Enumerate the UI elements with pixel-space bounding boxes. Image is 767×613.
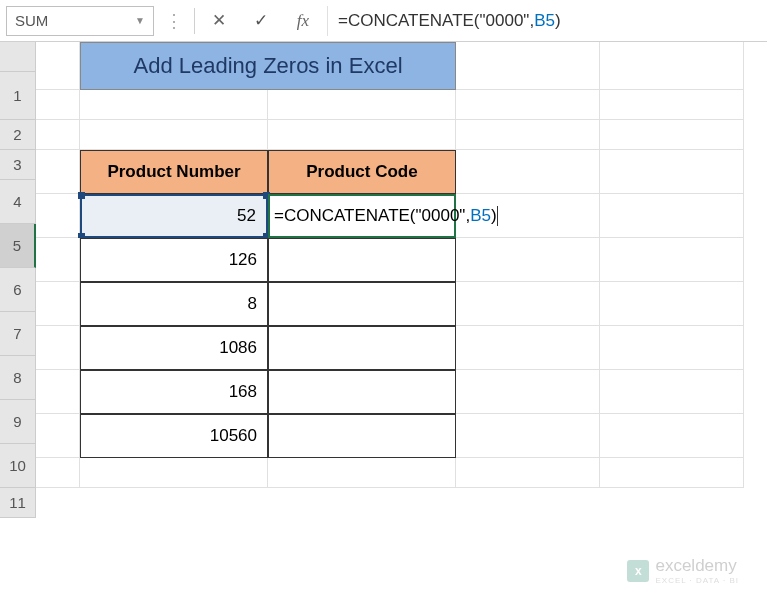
cell-c9[interactable] <box>268 370 456 414</box>
row-header-4[interactable]: 4 <box>0 180 36 224</box>
cell-e9[interactable] <box>600 370 744 414</box>
row-headers: 1234567891011 <box>0 72 36 518</box>
select-all-corner[interactable] <box>0 42 36 72</box>
cell-c3[interactable] <box>268 120 456 150</box>
left-col: 1234567891011 <box>0 42 36 612</box>
cell-e4[interactable] <box>600 150 744 194</box>
watermark-brand: exceldemy <box>655 556 739 576</box>
history-icon: ⋮ <box>160 7 188 35</box>
cell-d11[interactable] <box>456 458 600 488</box>
cell-a6[interactable] <box>36 238 80 282</box>
cell-d9[interactable] <box>456 370 600 414</box>
cell-e7[interactable] <box>600 282 744 326</box>
formula-bar: SUM ▼ ⋮ ✕ ✓ fx =CONCATENATE("0000",B5) <box>0 0 767 42</box>
row-header-7[interactable]: 7 <box>0 312 36 356</box>
cell-b5[interactable]: 52 <box>80 194 268 238</box>
name-box-value: SUM <box>15 12 48 29</box>
cell-d7[interactable] <box>456 282 600 326</box>
cell-d2[interactable] <box>456 90 600 120</box>
cell-e1[interactable] <box>600 42 744 90</box>
cell-b2[interactable] <box>80 90 268 120</box>
cell-b8[interactable]: 1086 <box>80 326 268 370</box>
cell-a5[interactable] <box>36 194 80 238</box>
enter-button[interactable]: ✓ <box>243 6 279 36</box>
cell-b1[interactable]: Add Leading Zeros in Excel <box>80 42 456 90</box>
watermark-tagline: EXCEL · DATA · BI <box>655 576 739 585</box>
cell-e8[interactable] <box>600 326 744 370</box>
cell-a1[interactable] <box>36 42 80 90</box>
cell-e6[interactable] <box>600 238 744 282</box>
cell-b11[interactable] <box>80 458 268 488</box>
cell-c11[interactable] <box>268 458 456 488</box>
cell-a7[interactable] <box>36 282 80 326</box>
cell-c4[interactable]: Product Code <box>268 150 456 194</box>
cell-a11[interactable] <box>36 458 80 488</box>
formula-input[interactable]: =CONCATENATE("0000",B5) <box>327 6 761 36</box>
cell-a10[interactable] <box>36 414 80 458</box>
cell-a2[interactable] <box>36 90 80 120</box>
cell-c7[interactable] <box>268 282 456 326</box>
cell-c6[interactable] <box>268 238 456 282</box>
cell-d3[interactable] <box>456 120 600 150</box>
row-header-11[interactable]: 11 <box>0 488 36 518</box>
cell-a9[interactable] <box>36 370 80 414</box>
cell-c2[interactable] <box>268 90 456 120</box>
cell-grid[interactable]: Add Leading Zeros in ExcelProduct Number… <box>36 42 744 488</box>
formula-text-prefix: =CONCATENATE("0000", <box>338 11 534 31</box>
cell-d8[interactable] <box>456 326 600 370</box>
cell-b7[interactable]: 8 <box>80 282 268 326</box>
cell-b10[interactable]: 10560 <box>80 414 268 458</box>
watermark-logo-icon: x <box>627 560 649 582</box>
cell-b3[interactable] <box>80 120 268 150</box>
cell-a4[interactable] <box>36 150 80 194</box>
cell-a8[interactable] <box>36 326 80 370</box>
cell-c8[interactable] <box>268 326 456 370</box>
cell-a3[interactable] <box>36 120 80 150</box>
cell-b6[interactable]: 126 <box>80 238 268 282</box>
row-header-2[interactable]: 2 <box>0 120 36 150</box>
cell-c10[interactable] <box>268 414 456 458</box>
formula-text-ref: B5 <box>534 11 555 31</box>
cell-b4[interactable]: Product Number <box>80 150 268 194</box>
cell-e3[interactable] <box>600 120 744 150</box>
watermark: x exceldemy EXCEL · DATA · BI <box>627 556 739 585</box>
row-header-9[interactable]: 9 <box>0 400 36 444</box>
row-header-1[interactable]: 1 <box>0 72 36 120</box>
cell-d6[interactable] <box>456 238 600 282</box>
spreadsheet: 1234567891011 ABCDE Add Leading Zeros in… <box>0 42 767 612</box>
grid-area: ABCDE Add Leading Zeros in ExcelProduct … <box>36 42 744 612</box>
cell-d10[interactable] <box>456 414 600 458</box>
cell-d4[interactable] <box>456 150 600 194</box>
row-header-10[interactable]: 10 <box>0 444 36 488</box>
cancel-button[interactable]: ✕ <box>201 6 237 36</box>
cell-e2[interactable] <box>600 90 744 120</box>
fx-icon[interactable]: fx <box>285 6 321 36</box>
cell-b9[interactable]: 168 <box>80 370 268 414</box>
row-header-5[interactable]: 5 <box>0 224 36 268</box>
name-box[interactable]: SUM ▼ <box>6 6 154 36</box>
row-header-8[interactable]: 8 <box>0 356 36 400</box>
formula-text-suffix: ) <box>555 11 561 31</box>
cell-c5[interactable]: =CONCATENATE("0000",B5) <box>268 194 456 238</box>
cell-e11[interactable] <box>600 458 744 488</box>
separator <box>194 8 195 34</box>
dropdown-icon[interactable]: ▼ <box>135 15 145 26</box>
row-header-6[interactable]: 6 <box>0 268 36 312</box>
cell-e10[interactable] <box>600 414 744 458</box>
cell-d1[interactable] <box>456 42 600 90</box>
cell-e5[interactable] <box>600 194 744 238</box>
row-header-3[interactable]: 3 <box>0 150 36 180</box>
